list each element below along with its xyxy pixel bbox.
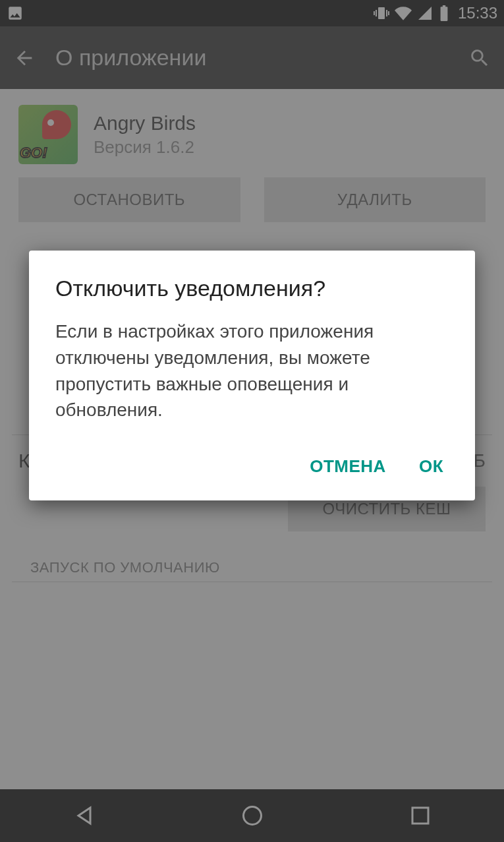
dialog-body: Если в настройках этого приложения отклю… bbox=[55, 318, 449, 423]
ok-button[interactable]: ОК bbox=[419, 456, 443, 477]
cancel-button[interactable]: ОТМЕНА bbox=[310, 456, 386, 477]
dialog-title: Отключить уведомления? bbox=[55, 276, 449, 301]
confirm-dialog: Отключить уведомления? Если в настройках… bbox=[29, 251, 475, 500]
screen: 15:33 О приложении GO! Angry Birds Верси… bbox=[0, 0, 504, 842]
